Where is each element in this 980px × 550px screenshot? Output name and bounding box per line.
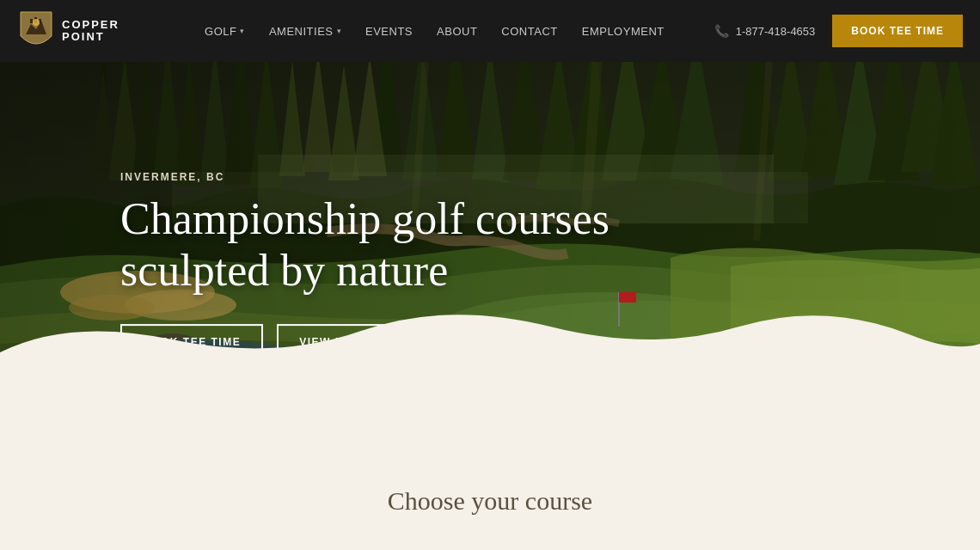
chevron-down-icon: ▾ [337, 27, 342, 35]
svg-point-3 [33, 19, 40, 26]
logo-icon [17, 9, 55, 53]
nav-about[interactable]: ABOUT [437, 25, 477, 38]
chevron-down-icon: ▾ [240, 27, 245, 35]
hero-location: INVERMERE, BC [120, 171, 609, 183]
phone-icon: 📞 [714, 24, 729, 38]
logo[interactable]: COPPER POINT [17, 9, 155, 53]
main-nav: GOLF ▾ AMENITIES ▾ EVENTS ABOUT CONTACT … [205, 25, 665, 38]
nav-events[interactable]: EVENTS [365, 25, 413, 38]
nav-contact[interactable]: CONTACT [501, 25, 557, 38]
hero-title: Championship golf courses sculpted by na… [120, 193, 609, 296]
logo-line2: POINT [62, 31, 119, 43]
phone-area[interactable]: 📞 1-877-418-4653 [714, 24, 816, 38]
wave-svg [0, 309, 980, 387]
logo-line1: COPPER [62, 19, 119, 31]
phone-number: 1-877-418-4653 [736, 25, 816, 38]
choose-course-title: Choose your course [17, 486, 963, 516]
nav-golf[interactable]: GOLF ▾ [205, 25, 245, 38]
logo-text: COPPER POINT [62, 19, 119, 44]
bottom-content: Choose your course [0, 452, 980, 533]
site-header: COPPER POINT GOLF ▾ AMENITIES ▾ EVENTS A… [0, 0, 980, 62]
book-tee-time-button-header[interactable]: BOOK TEE TIME [832, 15, 963, 47]
header-right: 📞 1-877-418-4653 BOOK TEE TIME [714, 15, 963, 47]
wave-section: Choose your course [0, 378, 980, 550]
svg-rect-0 [30, 19, 33, 23]
nav-amenities[interactable]: AMENITIES ▾ [269, 25, 341, 38]
nav-employment[interactable]: EMPLOYMENT [582, 25, 665, 38]
